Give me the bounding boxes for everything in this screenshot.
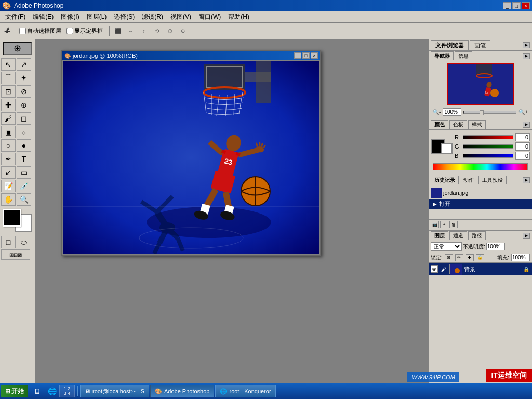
transform-btn-5[interactable]: ⌬ [164, 25, 176, 37]
transform-btn-1[interactable]: ⬛ [112, 25, 124, 37]
history-item-1[interactable]: jordan.jpg [429, 187, 532, 199]
selection-tool[interactable]: ⊕ [3, 42, 32, 55]
auto-select-input[interactable] [19, 28, 26, 34]
nav-panel-menu-btn[interactable]: ▶ [523, 53, 530, 59]
document-titlebar[interactable]: 🎨 jordan.jpg @ 100%(RGB) _ □ × [62, 51, 320, 60]
b-slider[interactable] [463, 154, 513, 158]
transform-btn-3[interactable]: ↕ [138, 25, 150, 37]
transform-btn-2[interactable]: ↔ [125, 25, 137, 37]
lock-pixels-btn[interactable]: ✏ [455, 254, 463, 261]
show-bounds-checkbox[interactable]: 显示定界框 [66, 27, 103, 35]
menu-layer[interactable]: 图层(L) [84, 11, 110, 22]
layer-visibility-btn[interactable]: 👁 [431, 265, 438, 273]
g-slider[interactable] [463, 144, 513, 149]
paths-tab[interactable]: 路径 [468, 231, 486, 240]
color-spectrum-bar[interactable] [433, 163, 528, 170]
r-value-input[interactable] [515, 133, 530, 141]
healing-tool[interactable]: ✚ [1, 99, 16, 111]
zoom-out-icon[interactable]: 🔍- [433, 109, 441, 115]
history-new-state-btn[interactable]: + [440, 221, 448, 228]
navigator-tab[interactable]: 导航器 [431, 51, 454, 60]
zoom-in-icon[interactable]: 🔍+ [518, 109, 528, 115]
r-slider[interactable] [463, 135, 513, 139]
taskbar-photoshop-btn[interactable]: 🎨 Adobe Photoshop [150, 385, 214, 397]
tool-presets-tab[interactable]: 工具预设 [478, 176, 507, 184]
actions-tab[interactable]: 动作 [460, 176, 477, 184]
close-btn[interactable]: × [522, 2, 530, 9]
lasso-tool[interactable]: ⌒ [1, 72, 16, 84]
text-tool[interactable]: T [17, 153, 31, 165]
maximize-btn[interactable]: □ [512, 2, 521, 9]
gradient-tool[interactable]: ▣ [1, 126, 16, 138]
layers-panel-menu-btn[interactable]: ▶ [523, 233, 530, 239]
brush-tool[interactable]: 🖌 [1, 112, 16, 125]
color-panel-menu-btn[interactable]: ▶ [523, 122, 530, 128]
start-button[interactable]: ⊞ 开始 [1, 385, 28, 397]
info-tab[interactable]: 信息 [455, 51, 472, 60]
menu-edit[interactable]: 编辑(E) [30, 11, 57, 22]
taskbar-shell-btn[interactable]: 🖥 root@localhost:~ - Shell - K... [80, 385, 149, 397]
zoom-slider[interactable] [463, 111, 516, 114]
menu-help[interactable]: 帮助(H) [225, 11, 252, 22]
move-tool-btn[interactable] [2, 25, 15, 37]
panel-menu-btn[interactable]: ▶ [523, 42, 530, 48]
show-bounds-input[interactable] [66, 28, 73, 34]
zoom-input[interactable] [443, 108, 461, 116]
history-delete-btn[interactable]: 🗑 [449, 221, 458, 228]
standard-mode-btn[interactable]: □ [1, 236, 16, 248]
zoom-tool[interactable]: 🔍 [17, 193, 31, 206]
browser-quick-btn[interactable]: 🌐 [46, 385, 58, 397]
menu-window[interactable]: 窗口(W) [195, 11, 224, 22]
taskbar-konqueror-btn[interactable]: 🌐 root - Konqueror [215, 385, 275, 397]
notes-tool[interactable]: 📝 [1, 180, 16, 192]
b-value-input[interactable] [515, 152, 530, 160]
transform-btn-4[interactable]: ⟲ [151, 25, 163, 37]
auto-select-checkbox[interactable]: 自动选择图层 [19, 27, 61, 35]
eyedropper-tool[interactable]: 💉 [17, 180, 31, 192]
crop-tool[interactable]: ⊡ [1, 85, 16, 98]
screen-mode-btn[interactable]: ⊞⊟⊠ [1, 249, 30, 260]
paint-bucket-tool[interactable]: ⬦ [17, 126, 31, 138]
quick-mask-btn[interactable]: ⬭ [17, 236, 31, 248]
doc-maximize-btn[interactable]: □ [302, 52, 310, 59]
document-image[interactable]: 23 [63, 61, 319, 254]
blend-mode-select[interactable]: 正常 [431, 242, 462, 251]
lock-position-btn[interactable]: ✚ [466, 254, 474, 261]
eraser-tool[interactable]: ◻ [17, 112, 31, 125]
lock-all-btn[interactable]: 🔒 [476, 254, 484, 261]
history-new-snapshot-btn[interactable]: 📷 [431, 221, 439, 228]
bg-color-large[interactable] [441, 143, 453, 154]
hand-tool[interactable]: ✋ [1, 193, 16, 206]
arrow-tool[interactable]: ↖ [1, 58, 16, 71]
history-panel-menu-btn[interactable]: ▶ [523, 177, 530, 183]
g-value-input[interactable] [515, 142, 530, 151]
lock-transparent-btn[interactable]: ⊡ [445, 254, 453, 261]
menu-view[interactable]: 视图(V) [167, 11, 194, 22]
show-desktop-btn[interactable]: 🖥 [31, 385, 44, 397]
brush-tab[interactable]: 画笔 [470, 40, 490, 50]
burn-tool[interactable]: ● [17, 139, 31, 152]
doc-close-btn[interactable]: × [311, 52, 318, 59]
foreground-color-swatch[interactable] [3, 209, 21, 227]
transform-btn-6[interactable]: ⊙ [177, 25, 189, 37]
menu-select[interactable]: 选择(S) [111, 11, 138, 22]
styles-tab[interactable]: 样式 [468, 120, 486, 129]
menu-filter[interactable]: 滤镜(R) [139, 11, 166, 22]
doc-minimize-btn[interactable]: _ [294, 52, 301, 59]
direct-select-tool[interactable]: ↗ [17, 58, 31, 71]
path-select-tool[interactable]: ↙ [1, 166, 16, 179]
shape-tool[interactable]: ▭ [17, 166, 31, 179]
file-browser-tab[interactable]: 文件浏览器 [431, 40, 469, 50]
layers-tab[interactable]: 图层 [431, 231, 448, 240]
pen-tool[interactable]: ✒ [1, 153, 16, 165]
swatches-tab[interactable]: 色板 [449, 120, 467, 129]
menu-file[interactable]: 文件(F) [2, 11, 29, 22]
magic-wand-tool[interactable]: ✦ [17, 72, 31, 84]
menu-image[interactable]: 图像(I) [58, 11, 82, 22]
opacity-input[interactable] [486, 243, 505, 250]
stamp-tool[interactable]: ⊕ [17, 99, 31, 111]
slice-tool[interactable]: ⊘ [17, 85, 31, 98]
color-tab[interactable]: 颜色 [431, 120, 448, 129]
channels-tab[interactable]: 通道 [449, 231, 467, 240]
background-layer-item[interactable]: 👁 🖌 背景 🔒 [429, 263, 532, 275]
